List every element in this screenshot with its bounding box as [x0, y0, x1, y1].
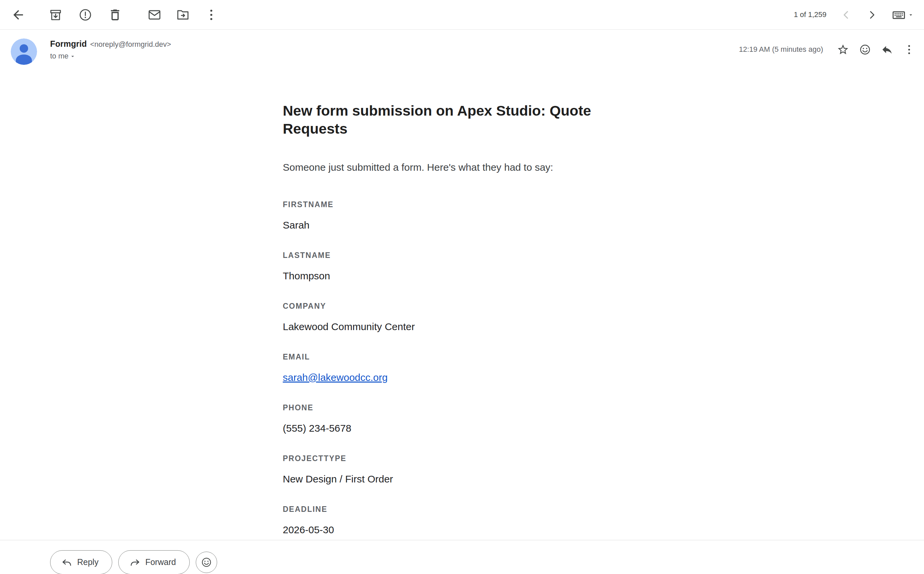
- move-to-folder-icon: [176, 8, 190, 22]
- newer-email-button[interactable]: [834, 3, 858, 27]
- reply-arrow-icon: [881, 43, 893, 56]
- gmail-reading-pane: { "colors": { "toolbar_icon": "#444746",…: [0, 0, 924, 574]
- mark-unread-icon: [147, 8, 162, 22]
- field-label: FIRSTNAME: [283, 200, 641, 209]
- field-label: EMAIL: [283, 352, 641, 361]
- dropdown-caret-icon: [908, 12, 914, 18]
- delete-button[interactable]: [103, 3, 127, 27]
- more-vert-icon: [903, 43, 915, 56]
- archive-button[interactable]: [43, 3, 68, 27]
- email-counter: 1 of 1,259: [794, 10, 826, 19]
- arrow-back-icon: [11, 8, 25, 22]
- toolbar-pagination: 1 of 1,259: [794, 3, 919, 27]
- more-vert-icon: [204, 8, 219, 22]
- reply-button-header[interactable]: [876, 38, 898, 60]
- field-value: Sarah: [283, 219, 641, 232]
- more-options-button[interactable]: [199, 3, 223, 27]
- field-label: PHONE: [283, 403, 641, 412]
- chevron-right-icon: [865, 8, 879, 22]
- sender-block: Formgrid <noreply@formgrid.dev> to me: [50, 39, 171, 60]
- field-value: Lakewood Community Center: [283, 320, 641, 333]
- email-body: New form submission on Apex Studio: Quot…: [0, 102, 924, 536]
- emoji-smile-icon: [201, 557, 212, 568]
- mark-unread-button[interactable]: [142, 3, 166, 27]
- email-timestamp: 12:19 AM (5 minutes ago): [739, 45, 823, 54]
- archive-icon: [49, 8, 63, 22]
- email-toolbar: 1 of 1,259: [0, 0, 924, 30]
- input-tools-button[interactable]: [886, 3, 919, 27]
- caret-down-icon: [69, 53, 76, 60]
- field-label: LASTNAME: [283, 251, 641, 260]
- emoji-reply-button[interactable]: [196, 552, 217, 573]
- move-to-button[interactable]: [171, 3, 195, 27]
- emoji-smile-icon: [859, 43, 871, 56]
- field-phone: PHONE (555) 234-5678: [283, 403, 641, 435]
- form-fields: FIRSTNAME Sarah LASTNAME Thompson COMPAN…: [283, 200, 641, 536]
- field-value: (555) 234-5678: [283, 422, 641, 435]
- emoji-reaction-button[interactable]: [854, 38, 876, 60]
- recipient-details-button[interactable]: to me: [50, 52, 76, 60]
- reply-footer: Reply Forward: [0, 540, 924, 574]
- older-email-button[interactable]: [860, 3, 884, 27]
- sender-name: Formgrid: [50, 39, 87, 49]
- person-avatar-icon: [11, 38, 37, 65]
- forward-arrow-icon: [129, 557, 141, 568]
- field-label: PROJECTTYPE: [283, 454, 641, 463]
- field-value: Thompson: [283, 269, 641, 283]
- star-button[interactable]: [832, 38, 854, 60]
- sender-email: <noreply@formgrid.dev>: [90, 40, 171, 49]
- message-more-options-button[interactable]: [898, 38, 920, 60]
- email-header-actions: 12:19 AM (5 minutes ago): [739, 38, 920, 60]
- reply-arrow-icon: [61, 557, 72, 568]
- field-firstname: FIRSTNAME Sarah: [283, 200, 641, 232]
- email-link[interactable]: sarah@lakewoodcc.org: [283, 372, 388, 383]
- reply-button-label: Reply: [77, 557, 99, 567]
- field-deadline: DEADLINE 2026-05-30: [283, 505, 641, 536]
- email-intro: Someone just submitted a form. Here's wh…: [283, 161, 641, 174]
- field-label: DEADLINE: [283, 505, 641, 514]
- field-projecttype: PROJECTTYPE New Design / First Order: [283, 454, 641, 486]
- field-email: EMAIL sarah@lakewoodcc.org: [283, 352, 641, 384]
- field-label: COMPANY: [283, 301, 641, 311]
- back-button[interactable]: [6, 3, 30, 27]
- star-outline-icon: [837, 43, 849, 56]
- email-header: Formgrid <noreply@formgrid.dev> to me 12…: [0, 30, 924, 74]
- report-spam-button[interactable]: [73, 3, 97, 27]
- field-lastname: LASTNAME Thompson: [283, 251, 641, 283]
- email-title: New form submission on Apex Studio: Quot…: [283, 102, 641, 138]
- reply-button[interactable]: Reply: [50, 550, 112, 574]
- keyboard-icon: [892, 8, 906, 22]
- chevron-left-icon: [839, 8, 853, 22]
- toolbar-group-archive: [43, 3, 127, 27]
- report-spam-icon: [78, 8, 93, 22]
- forward-button-label: Forward: [145, 557, 176, 567]
- field-value: New Design / First Order: [283, 472, 641, 486]
- delete-icon: [108, 8, 122, 22]
- recipient-label: to me: [50, 52, 68, 60]
- toolbar-group-organize: [142, 3, 223, 27]
- forward-button[interactable]: Forward: [118, 550, 190, 574]
- sender-avatar[interactable]: [11, 38, 37, 65]
- field-company: COMPANY Lakewood Community Center: [283, 301, 641, 333]
- field-value: 2026-05-30: [283, 523, 641, 536]
